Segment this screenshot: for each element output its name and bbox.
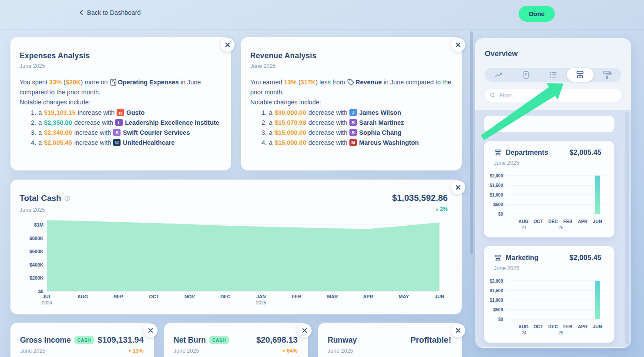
tab-list[interactable] xyxy=(540,68,567,82)
up-triangle-icon: ▲ xyxy=(435,207,439,211)
close-button[interactable] xyxy=(144,324,158,337)
svg-text:$0: $0 xyxy=(498,212,503,217)
svg-text:MAY: MAY xyxy=(399,294,409,299)
svg-text:JAN: JAN xyxy=(256,294,266,299)
close-icon xyxy=(456,328,461,333)
svg-text:$1,000: $1,000 xyxy=(490,298,503,303)
page: Back to Dashboard Done Expenses Analysis… xyxy=(0,0,644,357)
customer-link[interactable]: Sophia Chang xyxy=(359,129,401,136)
list-item: 1.a$30,000.00decrease withJJames Wilson xyxy=(262,107,451,117)
expenses-change-list: 1.a$19,103.15increase withgGusto 2.a$2,3… xyxy=(20,107,221,147)
svg-text:'25: '25 xyxy=(557,330,563,335)
widget-sidebar: Overview xyxy=(475,38,631,348)
revenue-tag-icon xyxy=(347,79,354,86)
svg-text:$0: $0 xyxy=(38,289,44,294)
delta-badge: ▼64% xyxy=(282,348,298,354)
widget-value: $2,005.45 xyxy=(570,148,601,157)
pct-highlight: 13% xyxy=(284,79,297,86)
search-icon xyxy=(490,92,496,98)
vendor-avatar: S xyxy=(113,129,121,136)
notable-label: Notable changes include: xyxy=(20,97,221,107)
svg-text:AUG: AUG xyxy=(518,324,528,329)
sidebar-scrollbar[interactable] xyxy=(625,112,629,344)
back-to-dashboard-link[interactable]: Back to Dashboard xyxy=(80,9,141,16)
partial-widget-card[interactable] xyxy=(484,116,614,132)
vendor-link[interactable]: UnitedHealthcare xyxy=(123,139,174,146)
change-amount: $2,350.00 xyxy=(44,119,72,126)
vendor-link[interactable]: Gusto xyxy=(126,109,144,116)
filter-input[interactable] xyxy=(499,92,616,99)
pct-highlight: 33% xyxy=(49,79,62,86)
sidebar-title: Overview xyxy=(485,50,621,58)
close-button[interactable] xyxy=(298,324,312,337)
list-icon xyxy=(548,70,558,79)
svg-text:$1,500: $1,500 xyxy=(490,288,503,293)
back-label: Back to Dashboard xyxy=(87,9,141,16)
card-title: Revenue Analysis xyxy=(250,51,451,60)
svg-text:OCT: OCT xyxy=(149,294,159,299)
customer-avatar: S xyxy=(349,119,357,126)
svg-text:APR: APR xyxy=(363,294,373,299)
widget-period: June 2025 xyxy=(494,160,519,166)
widget-value: $2,005.45 xyxy=(570,254,601,262)
amount-highlight: $20K xyxy=(66,79,81,86)
info-icon[interactable] xyxy=(64,196,70,201)
tab-trend[interactable] xyxy=(486,68,512,82)
expenses-summary: You spent 33% ($20K) more on $Operating … xyxy=(20,77,221,97)
svg-text:JUN: JUN xyxy=(593,324,602,329)
svg-text:DEC: DEC xyxy=(548,324,558,329)
card-title: Total Cash xyxy=(20,194,70,203)
down-triangle-icon: ▼ xyxy=(128,349,132,353)
svg-text:'24: '24 xyxy=(520,225,526,230)
departments-widget-card[interactable]: Departments $2,005.45 June 2025 $2,000$1… xyxy=(484,141,614,237)
svg-text:APR: APR xyxy=(578,219,588,224)
entity-link[interactable]: Operating Expenses xyxy=(118,79,179,86)
close-button[interactable] xyxy=(451,180,465,194)
card-period: June 2025 xyxy=(20,348,45,354)
card-title: Expenses Analysis xyxy=(20,51,221,60)
list-item: 1.a$19,103.15increase withgGusto xyxy=(31,107,221,117)
svg-text:FEB: FEB xyxy=(292,294,302,299)
list-item: 2.a$15,079.98decrease withSSarah Martine… xyxy=(262,117,451,127)
close-button[interactable] xyxy=(451,38,465,52)
done-button[interactable]: Done xyxy=(519,6,555,22)
vendor-link[interactable]: Leadership Excellence Institute xyxy=(125,119,219,126)
close-button[interactable] xyxy=(221,38,235,52)
operating-expenses-icon: $ xyxy=(110,79,117,86)
vendor-avatar: U xyxy=(113,139,121,146)
close-button[interactable] xyxy=(451,324,465,337)
card-period: June 2025 xyxy=(250,63,451,69)
change-amount: $2,340.00 xyxy=(44,129,72,136)
marketing-widget-card[interactable]: Marketing $2,005.45 June 2025 $2,000$1,5… xyxy=(484,246,614,343)
list-item: 3.a$15,000.00decrease withSSophia Chang xyxy=(262,127,451,137)
customer-link[interactable]: Sarah Martinez xyxy=(359,119,404,126)
customer-link[interactable]: James Wilson xyxy=(359,109,401,116)
report-icon xyxy=(522,70,530,80)
card-period: June 2025 xyxy=(328,348,353,354)
notable-label: Notable changes include: xyxy=(250,97,451,107)
svg-text:2025: 2025 xyxy=(256,300,266,305)
customer-link[interactable]: Marcus Washington xyxy=(359,139,419,146)
card-title: Net Burn xyxy=(174,336,206,345)
svg-text:$500: $500 xyxy=(493,307,503,312)
change-amount: $15,079.98 xyxy=(275,119,306,126)
paint-roller-icon xyxy=(603,70,612,80)
main-scrollbar[interactable] xyxy=(470,31,473,254)
entity-link[interactable]: Revenue xyxy=(356,79,382,86)
svg-text:JUN: JUN xyxy=(435,294,444,299)
svg-text:AUG: AUG xyxy=(518,219,528,224)
close-icon xyxy=(302,328,307,333)
svg-text:JUN: JUN xyxy=(593,219,602,224)
svg-text:FEB: FEB xyxy=(564,324,573,329)
svg-text:OCT: OCT xyxy=(533,219,543,224)
tab-departments[interactable] xyxy=(567,68,594,82)
tab-style[interactable] xyxy=(594,68,621,82)
sidebar-header: Overview xyxy=(475,38,631,102)
svg-text:APR: APR xyxy=(578,324,588,329)
total-cash-value: $1,035,592.86 xyxy=(392,193,448,203)
vendor-avatar: L xyxy=(115,119,123,126)
tab-report[interactable] xyxy=(513,68,539,82)
down-triangle-icon: ▼ xyxy=(282,349,286,353)
vendor-link[interactable]: Swift Courier Services xyxy=(123,129,190,136)
svg-text:$: $ xyxy=(114,82,115,85)
